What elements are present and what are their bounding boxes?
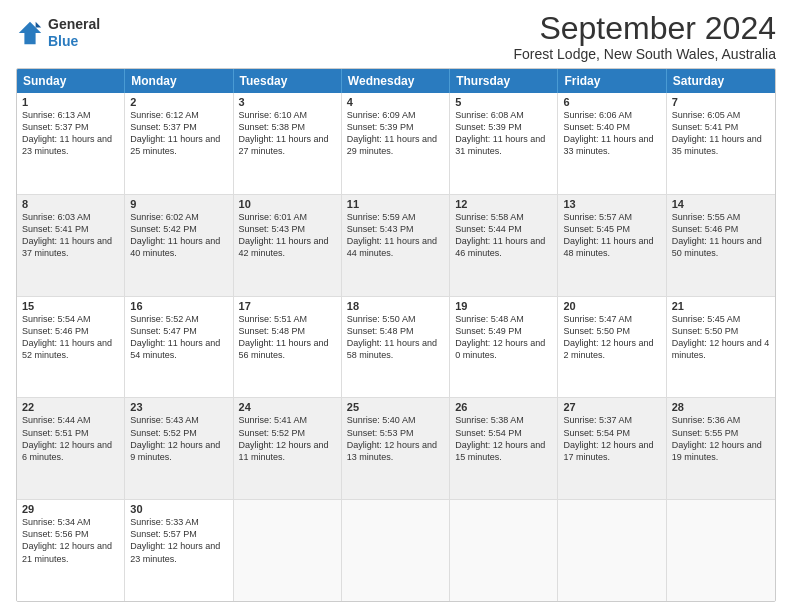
header-friday: Friday — [558, 69, 666, 93]
header-monday: Monday — [125, 69, 233, 93]
title-block: September 2024 Forest Lodge, New South W… — [514, 12, 777, 62]
empty-cell-3 — [450, 500, 558, 601]
empty-cell-4 — [558, 500, 666, 601]
day-19: 19 Sunrise: 5:48 AM Sunset: 5:49 PM Dayl… — [450, 297, 558, 398]
day-15: 15 Sunrise: 5:54 AM Sunset: 5:46 PM Dayl… — [17, 297, 125, 398]
logo: General Blue — [16, 16, 100, 50]
day-6: 6 Sunrise: 6:06 AM Sunset: 5:40 PM Dayli… — [558, 93, 666, 194]
day-29: 29 Sunrise: 5:34 AM Sunset: 5:56 PM Dayl… — [17, 500, 125, 601]
day-13: 13 Sunrise: 5:57 AM Sunset: 5:45 PM Dayl… — [558, 195, 666, 296]
day-5: 5 Sunrise: 6:08 AM Sunset: 5:39 PM Dayli… — [450, 93, 558, 194]
calendar-body: 1 Sunrise: 6:13 AM Sunset: 5:37 PM Dayli… — [17, 93, 775, 601]
day-28: 28 Sunrise: 5:36 AM Sunset: 5:55 PM Dayl… — [667, 398, 775, 499]
calendar-header: Sunday Monday Tuesday Wednesday Thursday… — [17, 69, 775, 93]
day-3: 3 Sunrise: 6:10 AM Sunset: 5:38 PM Dayli… — [234, 93, 342, 194]
svg-marker-1 — [36, 22, 42, 28]
logo-blue: Blue — [48, 33, 78, 49]
day-12: 12 Sunrise: 5:58 AM Sunset: 5:44 PM Dayl… — [450, 195, 558, 296]
header-tuesday: Tuesday — [234, 69, 342, 93]
page: General Blue September 2024 Forest Lodge… — [0, 0, 792, 612]
day-27: 27 Sunrise: 5:37 AM Sunset: 5:54 PM Dayl… — [558, 398, 666, 499]
day-7: 7 Sunrise: 6:05 AM Sunset: 5:41 PM Dayli… — [667, 93, 775, 194]
week-row-2: 8 Sunrise: 6:03 AM Sunset: 5:41 PM Dayli… — [17, 194, 775, 296]
day-25: 25 Sunrise: 5:40 AM Sunset: 5:53 PM Dayl… — [342, 398, 450, 499]
day-21: 21 Sunrise: 5:45 AM Sunset: 5:50 PM Dayl… — [667, 297, 775, 398]
day-26: 26 Sunrise: 5:38 AM Sunset: 5:54 PM Dayl… — [450, 398, 558, 499]
day-20: 20 Sunrise: 5:47 AM Sunset: 5:50 PM Dayl… — [558, 297, 666, 398]
calendar: Sunday Monday Tuesday Wednesday Thursday… — [16, 68, 776, 602]
logo-general: General — [48, 16, 100, 32]
week-row-5: 29 Sunrise: 5:34 AM Sunset: 5:56 PM Dayl… — [17, 499, 775, 601]
header-wednesday: Wednesday — [342, 69, 450, 93]
logo-icon — [16, 19, 44, 47]
empty-cell-2 — [342, 500, 450, 601]
day-10: 10 Sunrise: 6:01 AM Sunset: 5:43 PM Dayl… — [234, 195, 342, 296]
day-4: 4 Sunrise: 6:09 AM Sunset: 5:39 PM Dayli… — [342, 93, 450, 194]
day-24: 24 Sunrise: 5:41 AM Sunset: 5:52 PM Dayl… — [234, 398, 342, 499]
week-row-1: 1 Sunrise: 6:13 AM Sunset: 5:37 PM Dayli… — [17, 93, 775, 194]
header-sunday: Sunday — [17, 69, 125, 93]
day-2: 2 Sunrise: 6:12 AM Sunset: 5:37 PM Dayli… — [125, 93, 233, 194]
day-16: 16 Sunrise: 5:52 AM Sunset: 5:47 PM Dayl… — [125, 297, 233, 398]
day-1: 1 Sunrise: 6:13 AM Sunset: 5:37 PM Dayli… — [17, 93, 125, 194]
header-thursday: Thursday — [450, 69, 558, 93]
week-row-4: 22 Sunrise: 5:44 AM Sunset: 5:51 PM Dayl… — [17, 397, 775, 499]
day-30: 30 Sunrise: 5:33 AM Sunset: 5:57 PM Dayl… — [125, 500, 233, 601]
week-row-3: 15 Sunrise: 5:54 AM Sunset: 5:46 PM Dayl… — [17, 296, 775, 398]
logo-text: General Blue — [48, 16, 100, 50]
day-8: 8 Sunrise: 6:03 AM Sunset: 5:41 PM Dayli… — [17, 195, 125, 296]
day-23: 23 Sunrise: 5:43 AM Sunset: 5:52 PM Dayl… — [125, 398, 233, 499]
day-22: 22 Sunrise: 5:44 AM Sunset: 5:51 PM Dayl… — [17, 398, 125, 499]
day-14: 14 Sunrise: 5:55 AM Sunset: 5:46 PM Dayl… — [667, 195, 775, 296]
day-18: 18 Sunrise: 5:50 AM Sunset: 5:48 PM Dayl… — [342, 297, 450, 398]
location-title: Forest Lodge, New South Wales, Australia — [514, 46, 777, 62]
day-11: 11 Sunrise: 5:59 AM Sunset: 5:43 PM Dayl… — [342, 195, 450, 296]
day-9: 9 Sunrise: 6:02 AM Sunset: 5:42 PM Dayli… — [125, 195, 233, 296]
month-title: September 2024 — [514, 12, 777, 44]
empty-cell-1 — [234, 500, 342, 601]
header: General Blue September 2024 Forest Lodge… — [16, 12, 776, 62]
day-17: 17 Sunrise: 5:51 AM Sunset: 5:48 PM Dayl… — [234, 297, 342, 398]
header-saturday: Saturday — [667, 69, 775, 93]
empty-cell-5 — [667, 500, 775, 601]
